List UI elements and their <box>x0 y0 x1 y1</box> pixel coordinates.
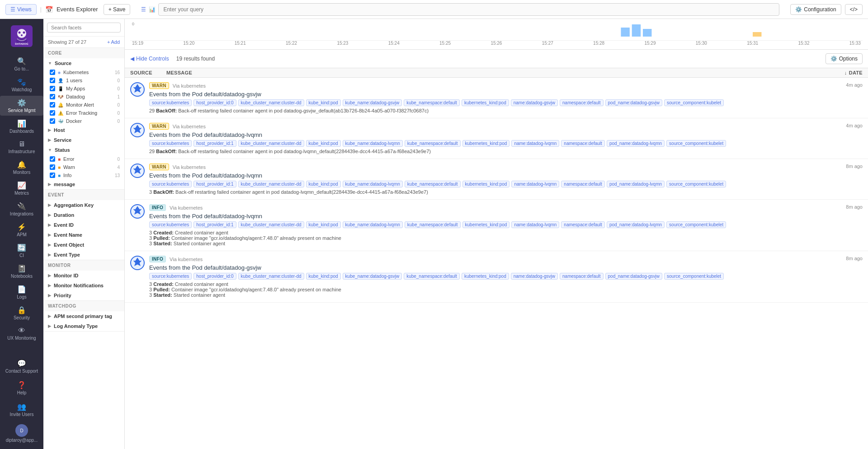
table-row[interactable]: WARN Via kubernetes Events from the Pod … <box>125 159 868 200</box>
event-tag[interactable]: kubernetes_kind:pod <box>462 221 510 228</box>
facet-section-source[interactable]: ▼ Source <box>43 58 124 68</box>
sidebar-item-monitors[interactable]: 🔔 Monitors <box>0 158 43 178</box>
monitor-alert-checkbox[interactable] <box>50 102 55 108</box>
event-tag[interactable]: source:kubernetes <box>149 273 192 280</box>
event-tag[interactable]: kube_name:datadog-gsvjw <box>343 99 402 106</box>
facet-section-event-id[interactable]: ▶ Event ID <box>43 220 124 230</box>
event-tag[interactable]: name:datadog-lvqmn <box>511 140 559 147</box>
event-tag[interactable]: kube_cluster_name:cluster-dd <box>238 181 304 187</box>
facet-section-log-anomaly[interactable]: ▶ Log Anomaly Type <box>43 321 124 331</box>
event-tag[interactable]: host_provider_id:1 <box>193 140 236 147</box>
event-tag[interactable]: host_provider_id:1 <box>193 221 236 228</box>
event-tag[interactable]: pod_name:datadog-gsvjw <box>605 273 663 280</box>
error-status-checkbox[interactable] <box>50 156 55 162</box>
sidebar-item-security[interactable]: 🔒 Security <box>0 303 43 323</box>
users-checkbox[interactable] <box>50 78 55 83</box>
configuration-button[interactable]: ⚙️ Configuration <box>790 4 841 15</box>
event-tag[interactable]: host_provider_id:0 <box>193 99 236 106</box>
event-tag[interactable]: kube_namespace:default <box>405 221 461 228</box>
event-tag[interactable]: kube_kind:pod <box>306 140 341 147</box>
event-tag[interactable]: namespace:default <box>561 221 605 228</box>
event-tag[interactable]: host_provider_id:0 <box>193 273 236 280</box>
event-tag[interactable]: pod_name:datadog-lvqmn <box>607 181 665 187</box>
sidebar-item-metrics[interactable]: 📈 Metrics <box>0 178 43 198</box>
event-tag[interactable]: name:datadog-gsvjw <box>511 99 558 106</box>
event-tag[interactable]: source:kubernetes <box>149 140 192 147</box>
docker-checkbox[interactable] <box>50 118 55 124</box>
event-tag[interactable]: kube_namespace:default <box>404 273 460 280</box>
facet-section-event-object[interactable]: ▶ Event Object <box>43 240 124 250</box>
event-tag[interactable]: kube_cluster_name:cluster-dd <box>238 140 304 147</box>
logo[interactable]: DATADOG <box>8 23 35 50</box>
table-row[interactable]: INFO Via kubernetes Events from the Pod … <box>125 251 868 303</box>
sidebar-item-watchdog[interactable]: 🐾 Watchdog <box>0 75 43 95</box>
facet-section-event-type[interactable]: ▶ Event Type <box>43 250 124 260</box>
event-tag[interactable]: kube_kind:pod <box>306 181 341 187</box>
table-row[interactable]: WARN Via kubernetes Events from the Pod … <box>125 118 868 159</box>
event-tag[interactable]: pod_name:datadog-gsvjw <box>605 99 663 106</box>
views-button[interactable]: ☰ Views <box>5 4 37 15</box>
facet-section-apm-tag[interactable]: ▶ APM second primary tag <box>43 311 124 321</box>
facet-section-duration[interactable]: ▶ Duration <box>43 210 124 220</box>
facet-section-message[interactable]: ▶ message <box>43 179 124 189</box>
kubernetes-checkbox[interactable] <box>50 70 55 75</box>
sidebar-item-dashboards[interactable]: 📊 Dashboards <box>0 117 43 136</box>
event-tag[interactable]: name:datadog-gsvjw <box>511 273 558 280</box>
error-tracking-checkbox[interactable] <box>50 110 55 116</box>
search-input[interactable] <box>158 3 779 16</box>
sidebar-item-ux-monitoring[interactable]: 👁 UX Monitoring <box>0 324 43 343</box>
facet-section-monitor-notifications[interactable]: ▶ Monitor Notifications <box>43 281 124 290</box>
event-tag[interactable]: kubernetes_kind:pod <box>462 140 510 147</box>
sidebar-item-contact[interactable]: 💬 Contact Support <box>0 356 43 376</box>
event-tag[interactable]: kube_kind:pod <box>306 99 341 106</box>
table-row[interactable]: INFO Via kubernetes Events from the Pod … <box>125 200 868 251</box>
sidebar-item-integrations[interactable]: 🔌 Integrations <box>0 199 43 219</box>
sidebar-item-service-mgmt[interactable]: ⚙️ Service Mgmt <box>0 96 43 116</box>
sidebar-item-invite[interactable]: 👥 Invite Users <box>0 400 43 420</box>
facet-section-event-name[interactable]: ▶ Event Name <box>43 230 124 240</box>
warn-status-checkbox[interactable] <box>50 164 55 170</box>
event-tag[interactable]: namespace:default <box>560 273 604 280</box>
event-tag[interactable]: source_component:kubelet <box>666 221 726 228</box>
options-button[interactable]: ⚙️ Options <box>826 53 863 64</box>
event-tag[interactable]: kube_namespace:default <box>405 140 461 147</box>
event-tag[interactable]: kube_namespace:default <box>404 99 460 106</box>
date-column-header[interactable]: ↓ DATE <box>826 70 863 75</box>
add-facet-button[interactable]: + Add <box>107 39 120 45</box>
event-tag[interactable]: namespace:default <box>560 99 604 106</box>
facet-section-status[interactable]: ▼ Status <box>43 145 124 155</box>
event-tag[interactable]: source_component:kubelet <box>664 273 724 280</box>
sidebar-item-user[interactable]: D diptaroy@app... <box>0 421 43 445</box>
event-tag[interactable]: name:datadog-lvqmn <box>511 181 559 187</box>
myapps-checkbox[interactable] <box>50 86 55 91</box>
event-tag[interactable]: namespace:default <box>561 140 605 147</box>
event-tag[interactable]: source_component:kubelet <box>666 140 726 147</box>
code-button[interactable]: </> <box>845 4 863 15</box>
event-tag[interactable]: host_provider_id:1 <box>193 181 236 187</box>
hide-controls-button[interactable]: ◀ Hide Controls <box>130 56 169 62</box>
event-tag[interactable]: kubernetes_kind:pod <box>462 181 510 187</box>
event-tag[interactable]: source:kubernetes <box>149 99 192 106</box>
event-tag[interactable]: kube_kind:pod <box>306 273 341 280</box>
event-tag[interactable]: pod_name:datadog-lvqmn <box>607 140 665 147</box>
event-tag[interactable]: name:datadog-lvqmn <box>511 221 559 228</box>
event-tag[interactable]: source_component:kubelet <box>666 181 726 187</box>
event-tag[interactable]: namespace:default <box>561 181 605 187</box>
event-tag[interactable]: kube_namespace:default <box>405 181 461 187</box>
sidebar-item-help[interactable]: ❓ Help <box>0 378 43 398</box>
table-row[interactable]: WARN Via kubernetes Events from the Pod … <box>125 78 868 118</box>
event-tag[interactable]: kube_cluster_name:cluster-dd <box>238 221 304 228</box>
sidebar-item-apm[interactable]: ⚡ APM <box>0 220 43 240</box>
event-tag[interactable]: kube_cluster_name:cluster-dd <box>238 99 304 106</box>
sidebar-item-ci[interactable]: 🔄 CI <box>0 241 43 261</box>
facet-section-priority[interactable]: ▶ Priority <box>43 290 124 300</box>
facet-section-service[interactable]: ▶ Service <box>43 135 124 145</box>
event-tag[interactable]: pod_name:datadog-lvqmn <box>607 221 665 228</box>
facet-section-aggregation-key[interactable]: ▶ Aggregation Key <box>43 200 124 210</box>
event-tag[interactable]: kube_name:datadog-lvqmn <box>343 140 403 147</box>
facet-section-monitor-id[interactable]: ▶ Monitor ID <box>43 271 124 281</box>
datadog-checkbox[interactable] <box>50 94 55 99</box>
sidebar-item-infrastructure[interactable]: 🖥 Infrastructure <box>0 137 43 157</box>
event-tag[interactable]: kube_kind:pod <box>306 221 341 228</box>
event-tag[interactable]: kube_name:datadog-gsvjw <box>343 273 402 280</box>
